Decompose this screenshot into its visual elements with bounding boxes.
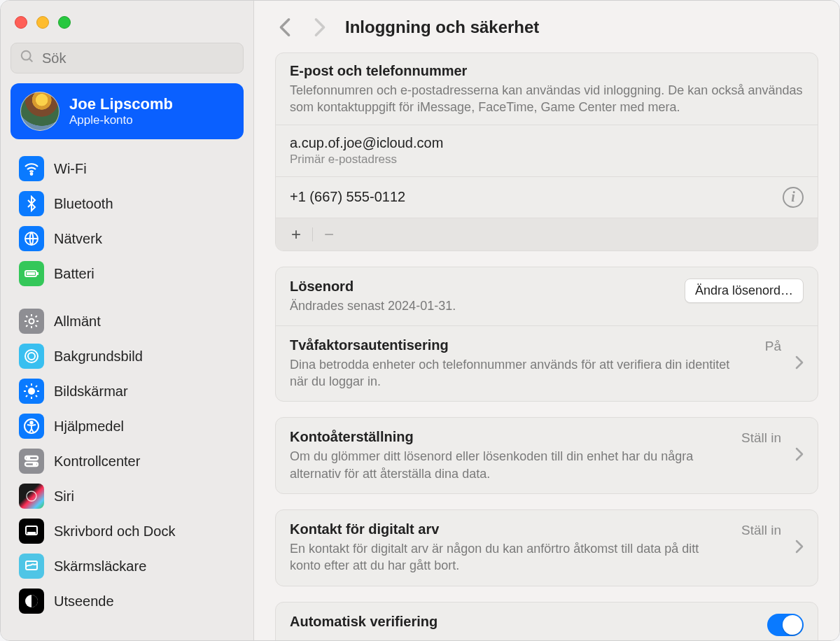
search-input[interactable] — [42, 50, 234, 66]
tfa-status: På — [765, 339, 781, 354]
svg-rect-27 — [28, 533, 35, 534]
account-recovery-row[interactable]: Kontoåterställning Om du glömmer ditt lö… — [276, 418, 818, 493]
sidebar-item-general[interactable]: Allmänt — [13, 304, 241, 338]
password-title: Lösenord — [290, 279, 675, 295]
search-icon — [20, 49, 35, 67]
info-icon[interactable]: i — [783, 187, 804, 208]
search-field[interactable] — [10, 43, 244, 73]
sidebar-item-wallpaper[interactable]: Bakgrundsbild — [13, 339, 241, 373]
sidebar-item-accessibility[interactable]: Hjälpmedel — [13, 409, 241, 443]
password-row: Lösenord Ändrades senast 2024-01-31. Änd… — [276, 267, 818, 325]
svg-point-10 — [28, 388, 35, 395]
displays-icon — [19, 379, 44, 404]
remove-button[interactable]: − — [320, 225, 338, 244]
email-section-title: E-post och telefonnummer — [290, 63, 804, 79]
recovery-panel: Kontoåterställning Om du glömmer ditt lö… — [275, 417, 818, 494]
legacy-desc: En kontakt för digitalt arv är någon du … — [290, 540, 732, 575]
sidebar-item-displays[interactable]: Bildskärmar — [13, 374, 241, 408]
sidebar-group-1: Wi-Fi Bluetooth Nätverk Batteri — [10, 152, 244, 290]
legacy-status: Ställ in — [741, 523, 781, 538]
svg-point-25 — [27, 491, 36, 501]
recovery-status: Ställ in — [741, 430, 781, 446]
svg-point-20 — [30, 421, 32, 423]
dock-icon — [19, 519, 44, 544]
password-panel: Lösenord Ändrades senast 2024-01-31. Änd… — [275, 267, 818, 402]
svg-rect-5 — [27, 272, 35, 275]
sidebar-item-control-center[interactable]: Kontrollcenter — [13, 444, 241, 478]
back-button[interactable] — [275, 17, 295, 37]
sidebar-item-label: Kontrollcenter — [54, 453, 140, 470]
sidebar-item-battery[interactable]: Batteri — [13, 257, 241, 290]
sidebar-item-label: Skrivbord och Dock — [54, 523, 175, 540]
header: Inloggning och säkerhet — [275, 10, 818, 52]
primary-email-row[interactable]: a.cup.of.joe@icloud.com Primär e-postadr… — [276, 125, 818, 176]
auto-verify-row[interactable]: Automatisk verifiering — [276, 603, 818, 640]
account-name: Joe Lipscomb — [69, 95, 173, 113]
sidebar-item-label: Hjälpmedel — [54, 418, 124, 435]
wallpaper-icon — [19, 344, 44, 369]
legacy-contact-row[interactable]: Kontakt för digitalt arv En kontakt för … — [276, 510, 818, 586]
sidebar-group-2: Allmänt Bakgrundsbild Bildskärmar Hjälpm… — [10, 304, 244, 618]
legacy-panel: Kontakt för digitalt arv En kontakt för … — [275, 509, 818, 586]
bluetooth-icon — [19, 191, 44, 216]
recovery-desc: Om du glömmer ditt lösenord eller lösenk… — [290, 448, 732, 482]
password-desc: Ändrades senast 2024-01-31. — [290, 297, 675, 314]
svg-point-2 — [31, 173, 33, 175]
primary-email-value: a.cup.of.joe@icloud.com — [290, 135, 443, 151]
control-center-icon — [19, 449, 44, 474]
sidebar-item-label: Wi-Fi — [54, 161, 87, 177]
sidebar-item-label: Bildskärmar — [54, 383, 128, 400]
svg-point-22 — [27, 457, 29, 459]
add-button[interactable]: + — [287, 225, 305, 244]
account-subtitle: Apple-konto — [69, 113, 173, 127]
svg-line-15 — [26, 386, 27, 387]
screensaver-icon — [19, 554, 44, 579]
network-icon — [19, 226, 44, 251]
sidebar-item-label: Batteri — [54, 266, 94, 282]
forward-button[interactable] — [310, 17, 330, 37]
svg-rect-6 — [37, 272, 38, 275]
sidebar-item-label: Utseende — [54, 593, 114, 610]
siri-icon — [19, 484, 44, 509]
primary-email-label: Primär e-postadress — [290, 153, 443, 167]
fullscreen-window-button[interactable] — [58, 16, 71, 29]
phone-row[interactable]: +1 (667) 555-0112 i — [276, 176, 818, 218]
gear-icon — [19, 309, 44, 334]
sidebar-item-label: Nätverk — [54, 231, 102, 247]
sidebar-item-siri[interactable]: Siri — [13, 479, 241, 513]
sidebar-item-label: Bluetooth — [54, 196, 113, 212]
sidebar: Joe Lipscomb Apple-konto Wi-Fi Bluetooth… — [1, 1, 254, 640]
auto-verify-title: Automatisk verifiering — [290, 614, 757, 630]
sidebar-item-appearance[interactable]: Utseende — [13, 584, 241, 618]
sidebar-item-wifi[interactable]: Wi-Fi — [13, 152, 241, 185]
recovery-title: Kontoåterställning — [290, 429, 732, 445]
wifi-icon — [19, 156, 44, 181]
auto-verify-panel: Automatisk verifiering — [275, 602, 818, 640]
two-factor-row[interactable]: Tvåfaktorsautentisering Dina betrodda en… — [276, 325, 818, 402]
chevron-right-icon — [795, 540, 804, 556]
sidebar-item-label: Bakgrundsbild — [54, 348, 143, 365]
svg-line-18 — [36, 386, 37, 387]
minimize-window-button[interactable] — [36, 16, 49, 29]
change-password-button[interactable]: Ändra lösenord… — [685, 279, 804, 303]
svg-point-9 — [25, 350, 38, 362]
appearance-icon — [19, 589, 44, 614]
auto-verify-toggle[interactable] — [767, 614, 804, 636]
page-title: Inloggning och säkerhet — [345, 17, 539, 37]
chevron-right-icon — [795, 447, 804, 464]
sidebar-item-network[interactable]: Nätverk — [13, 222, 241, 255]
sidebar-item-label: Allmänt — [54, 314, 101, 330]
sidebar-item-bluetooth[interactable]: Bluetooth — [13, 187, 241, 220]
battery-icon — [19, 261, 44, 286]
tfa-title: Tvåfaktorsautentisering — [290, 337, 755, 353]
avatar — [20, 92, 59, 131]
sidebar-item-screensaver[interactable]: Skärmsläckare — [13, 549, 241, 583]
accessibility-icon — [19, 414, 44, 439]
legacy-title: Kontakt för digitalt arv — [290, 521, 732, 537]
close-window-button[interactable] — [15, 16, 27, 29]
sidebar-account-card[interactable]: Joe Lipscomb Apple-konto — [10, 83, 244, 139]
sidebar-item-label: Siri — [54, 488, 74, 505]
window-controls — [10, 13, 244, 43]
sidebar-item-desktop-dock[interactable]: Skrivbord och Dock — [13, 514, 241, 548]
tfa-desc: Dina betrodda enheter och telefonnummer … — [290, 356, 738, 390]
